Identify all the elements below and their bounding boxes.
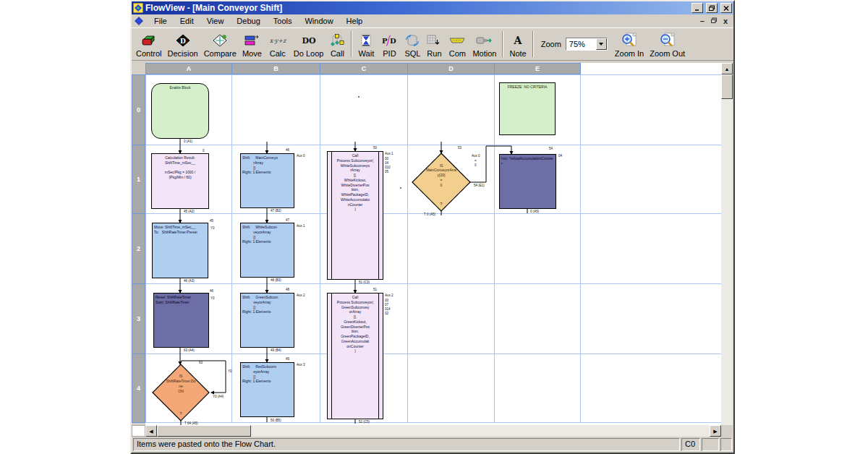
svg-text:DO: DO <box>302 36 316 46</box>
decision-main-conveyor-block[interactable]: ISMainConveyorArray[20]=0 <box>412 163 470 188</box>
connector-label: T 0 (A5) <box>424 213 435 217</box>
scroll-left-icon[interactable]: ◀ <box>145 425 157 437</box>
shift-red-conveyor-block[interactable]: Shift: RedSubconv eyorArray []Right: 1 E… <box>240 362 294 417</box>
toolbar-button-compare[interactable]: Compare <box>201 29 239 59</box>
window-title: FlowView - [Main Conveyor Shift] <box>145 3 689 13</box>
menu-tools[interactable]: Tools <box>267 16 299 26</box>
toolbar-button-zoom-in[interactable]: Zoom In <box>612 29 647 59</box>
zoom-select[interactable]: 75% <box>566 38 608 51</box>
document-icon[interactable] <box>135 17 143 25</box>
run-icon <box>426 32 442 49</box>
toolbar-button-decision[interactable]: DDecision <box>164 29 200 59</box>
toolbar-label: Call <box>331 49 344 58</box>
connector-label: 46 (A3) <box>184 280 195 283</box>
toolbar-button-com[interactable]: Com <box>445 29 469 59</box>
svg-text:P: P <box>382 37 388 45</box>
toolbar-button-motion[interactable]: Motion <box>469 29 499 59</box>
chevron-down-icon[interactable] <box>596 38 607 50</box>
compare-icon <box>211 32 229 49</box>
scroll-up-icon[interactable]: ▲ <box>721 63 733 74</box>
mdi-minimize-button[interactable]: – <box>700 17 705 25</box>
timer-control-block[interactable]: Reset: ShiftRateTimerStart: ShiftRateTim… <box>153 293 209 348</box>
connector-label: 52 (C5) <box>359 421 370 424</box>
menu-window[interactable]: Window <box>298 16 339 26</box>
pid-icon: PD <box>380 32 399 49</box>
connector-label: 02 <box>385 312 388 316</box>
svg-text:x·y+z: x·y+z <box>270 38 286 44</box>
connector-label: 51 (C3) <box>359 281 370 285</box>
doloop-icon: DO <box>299 32 318 49</box>
menu-help[interactable]: Help <box>340 16 370 26</box>
connector-label: 010 <box>385 166 391 170</box>
scrollbar-corner <box>721 425 733 437</box>
toolbar-separator <box>532 31 534 57</box>
connector-label: 50 (B5) <box>271 419 281 423</box>
toolbar-button-do-loop[interactable]: DODo Loop <box>291 29 327 59</box>
scroll-right-icon[interactable]: ▶ <box>710 425 721 437</box>
toolbar-button-wait[interactable]: Wait <box>355 29 377 59</box>
call-green-subconveyor-block[interactable]: CallProcess Subconveyor(GreenSubconveyor… <box>327 293 383 419</box>
minimize-button[interactable] <box>692 3 703 13</box>
menu-edit[interactable]: Edit <box>174 16 200 26</box>
connector-label: 05 <box>385 171 388 174</box>
toolbar-label: Move <box>242 49 262 58</box>
toolbar-button-calc[interactable]: x·y+zCalc <box>265 29 291 59</box>
connector-label: Aux 2 <box>297 294 305 298</box>
decision-timer-done-block[interactable]: ISShiftRateTimer.DoneON <box>153 374 209 393</box>
horizontal-scroll-thumb[interactable] <box>157 425 251 437</box>
vertical-scrollbar[interactable]: ▲ ▼ <box>721 63 733 437</box>
toolbar-button-note[interactable]: ANote <box>506 29 529 59</box>
connector-label: Aux 1 <box>385 153 393 156</box>
toolbar-button-move[interactable]: Move <box>239 29 265 59</box>
menu-view[interactable]: View <box>200 16 231 26</box>
restore-button[interactable] <box>706 3 718 13</box>
shift-white-conveyor-block[interactable]: Shift: WhiteSubcon veyorArray []Right: 1… <box>240 223 294 278</box>
mdi-restore-button[interactable] <box>710 17 718 25</box>
toolbar-button-zoom-out[interactable]: Zoom Out <box>647 29 688 59</box>
connector-label: Aux 0 <box>472 155 480 158</box>
toolbar-label: SQL <box>404 49 420 58</box>
connector-label: 50 <box>373 147 377 150</box>
toolbar-button-sql[interactable]: SQL <box>401 29 423 59</box>
move-block[interactable]: Move: ShiftTime_mSec__To: ShiftRateTimer… <box>152 223 208 278</box>
motion-icon <box>475 32 494 49</box>
vertical-scroll-thumb[interactable] <box>721 74 733 99</box>
zoomout-icon <box>658 32 677 49</box>
toolbar-button-call[interactable]: Call <box>326 29 348 59</box>
decision-main-conveyor-block-question-mark: ? <box>412 202 470 206</box>
menu-file[interactable]: File <box>148 16 174 26</box>
freeze-block[interactable]: FREEZE: NO CRITERIA <box>499 82 556 135</box>
toolbar-button-run[interactable]: Run <box>423 29 445 59</box>
connector-label: 54 <box>549 147 553 151</box>
connector-label: 00 <box>385 299 388 303</box>
mdi-close-button[interactable]: x <box>723 17 728 25</box>
connector-label: 51 <box>373 288 377 292</box>
zoomin-icon <box>620 32 639 49</box>
connector-label: 63 (A4) <box>184 349 195 353</box>
toolbar-label: Do Loop <box>294 49 324 58</box>
enable-block[interactable]: Enable Block <box>151 83 209 139</box>
call-white-subconveyor-block[interactable]: CallProcess Subconveyor(WhiteSubconveyor… <box>327 151 383 280</box>
connector-label: Aux 0 <box>297 155 305 158</box>
status-message: Items were pasted onto the Flow Chart. <box>133 438 680 451</box>
control-icon <box>141 32 157 49</box>
svg-text:D: D <box>180 38 186 45</box>
menu-debug[interactable]: Debug <box>230 16 266 26</box>
toolbar-label: Note <box>509 49 526 58</box>
calc-result-block[interactable]: Calculation Result:ShiftTime_mSec__ mSec… <box>151 153 209 209</box>
flowchart-canvas[interactable]: ▲ ▼ ◀ ▶ ABCDE01234Enable BlockFREEZE: NO… <box>132 61 733 437</box>
incr-counter-block[interactable]: Incr: YellowAccumulationCounter <box>499 154 556 209</box>
horizontal-scrollbar[interactable]: ◀ ▶ <box>145 425 721 437</box>
close-button[interactable] <box>720 3 732 13</box>
calc-icon: x·y+z <box>268 32 288 49</box>
toolbar-label: Motion <box>472 49 496 58</box>
toolbar-button-control[interactable]: Control <box>133 29 164 59</box>
shift-green-conveyor-block[interactable]: Shift: GreenSubcon veyorArray []Right: 1… <box>240 293 294 348</box>
toolbar-button-pid[interactable]: PDPID <box>377 29 401 59</box>
toolbar-label: Com <box>449 49 466 58</box>
connector-label: 46 <box>210 290 213 294</box>
connector-label: = <box>475 160 477 163</box>
status-bar: Items were pasted onto the Flow Chart. C… <box>132 437 733 451</box>
connector-label: Y0 <box>228 370 232 374</box>
shift-main-conveyor-block[interactable]: Shift: MainConveyo rArray []Right: 1 Ele… <box>240 153 294 208</box>
